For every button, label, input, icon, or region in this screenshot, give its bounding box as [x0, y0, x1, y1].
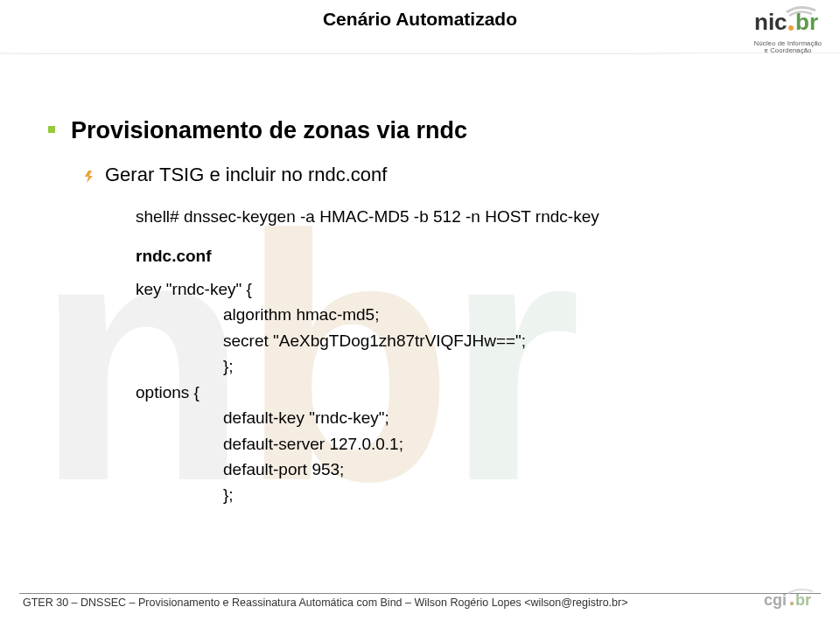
shell-command: shell# dnssec-keygen -a HMAC-MD5 -b 512 … [136, 204, 792, 229]
sub-bullet-row: Gerar TSIG e incluir no rndc.conf [85, 164, 792, 186]
lightning-bullet-icon [85, 171, 92, 178]
square-bullet-icon [48, 126, 55, 133]
slide-content: Provisionamento de zonas via rndc Gerar … [0, 30, 840, 508]
svg-text:nic: nic [754, 9, 788, 35]
sub-heading: Gerar TSIG e incluir no rndc.conf [105, 164, 387, 186]
main-heading: Provisionamento de zonas via rndc [71, 117, 467, 144]
svg-text:cgi: cgi [764, 591, 787, 609]
options-close-brace: }; [136, 482, 792, 507]
logo-subtitle: Núcleo de Informação e Coordenação [754, 40, 822, 55]
footer-divider [19, 593, 821, 594]
svg-point-5 [790, 602, 794, 605]
conf-filename: rndc.conf [136, 243, 792, 269]
svg-marker-3 [85, 171, 93, 183]
default-server-line: default-server 127.0.0.1; [136, 431, 792, 457]
key-close-brace: }; [136, 353, 792, 379]
nicbr-logo-icon: nic br [754, 5, 822, 38]
main-bullet-row: Provisionamento de zonas via rndc [48, 117, 792, 144]
default-key-line: default-key "rndc-key"; [136, 405, 792, 430]
key-open: key "rndc-key" { [136, 276, 792, 302]
svg-point-1 [788, 25, 794, 31]
footer-text: GTER 30 – DNSSEC – Provisionamento e Rea… [19, 597, 821, 609]
logo-nicbr: nic br Núcleo de Informação e Coordenaçã… [746, 5, 830, 55]
cgibr-logo-icon: cgi br [764, 588, 821, 611]
svg-text:br: br [795, 591, 811, 609]
default-port-line: default-port 953; [136, 457, 792, 482]
slide-header: Cenário Automatizado [0, 0, 840, 30]
slide-footer: GTER 30 – DNSSEC – Provisionamento e Rea… [19, 593, 821, 609]
options-open: options { [136, 380, 792, 405]
slide-title: Cenário Automatizado [323, 9, 517, 29]
secret-line: secret "AeXbgTDog1zh87trVIQFJHw=="; [136, 328, 792, 353]
algorithm-line: algorithm hmac-md5; [136, 302, 792, 327]
code-block: shell# dnssec-keygen -a HMAC-MD5 -b 512 … [136, 204, 792, 508]
